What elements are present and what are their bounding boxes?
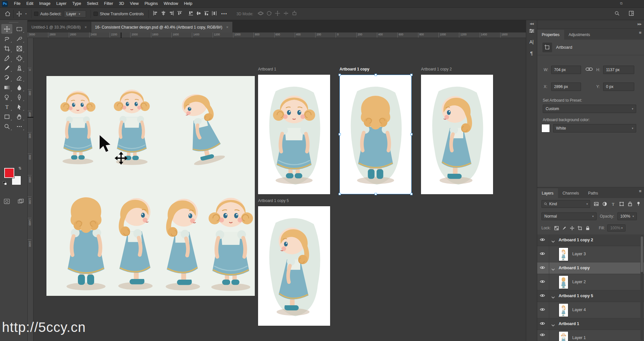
lock-position-icon[interactable] xyxy=(570,226,575,231)
align-centers-h-icon[interactable] xyxy=(161,10,166,17)
toolbar-grip[interactable] xyxy=(9,22,19,23)
menu-edit[interactable]: Edit xyxy=(23,0,36,7)
foreground-color-swatch[interactable] xyxy=(4,168,14,178)
home-icon[interactable] xyxy=(5,11,11,17)
paragraph-panel-icon[interactable]: ¶ xyxy=(526,47,537,58)
menu-help[interactable]: Help xyxy=(181,0,195,7)
menu-3d[interactable]: 3D xyxy=(116,0,127,7)
layer-row-layer-3[interactable]: Layer 3 xyxy=(537,246,644,262)
visibility-eye-icon[interactable] xyxy=(539,293,545,299)
menu-select[interactable]: Select xyxy=(84,0,101,7)
pen-tool[interactable] xyxy=(14,92,25,102)
menu-window[interactable]: Window xyxy=(161,0,181,7)
link-dimensions-icon[interactable] xyxy=(585,66,593,73)
more-align-options-button[interactable]: ••• xyxy=(221,12,228,16)
properties-panel-menu-icon[interactable]: ≡ xyxy=(639,31,641,34)
layer-row-artboard-1-copy-2[interactable]: Artboard 1 copy 2 xyxy=(537,234,644,246)
collapse-panels-icon[interactable]: ▶▶ xyxy=(638,22,641,26)
layer-thumbnail[interactable] xyxy=(559,303,568,317)
object-selection-tool[interactable] xyxy=(14,34,25,44)
preset-dropdown[interactable]: Custom▾ xyxy=(543,105,636,113)
marquee-tool[interactable] xyxy=(14,24,25,34)
filter-adjustment-layers-icon[interactable] xyxy=(601,201,608,207)
artboard-1-copy-2-label[interactable]: Artboard 1 copy 2 xyxy=(421,67,452,71)
artboard-1-copy-2[interactable] xyxy=(421,75,493,194)
width-field[interactable]: 704 px xyxy=(551,66,581,74)
x-field[interactable]: 2896 px xyxy=(551,82,581,91)
artboard-1-copy-5-label[interactable]: Artboard 1 copy 5 xyxy=(258,198,289,203)
tab-adjustments[interactable]: Adjustments xyxy=(564,30,595,40)
eraser-tool[interactable] xyxy=(14,73,25,82)
filter-type-layers-icon[interactable]: T xyxy=(610,201,616,207)
visibility-eye-icon[interactable] xyxy=(539,333,545,338)
crop-tool[interactable] xyxy=(1,44,12,53)
tab-paths[interactable]: Paths xyxy=(584,188,603,198)
align-top-edges-icon[interactable] xyxy=(177,10,182,17)
layer-row-artboard-1-copy-5[interactable]: Artboard 1 copy 5 xyxy=(537,290,644,302)
lock-transparency-icon[interactable] xyxy=(554,226,559,231)
align-left-edges-icon[interactable] xyxy=(153,10,158,17)
close-tab-icon[interactable]: × xyxy=(226,25,229,30)
artboard-1-copy[interactable] xyxy=(340,75,412,194)
visibility-eye-icon[interactable] xyxy=(539,279,545,285)
visibility-eye-icon[interactable] xyxy=(539,265,545,271)
menu-plugins[interactable]: Plugins xyxy=(142,0,161,7)
clone-stamp-tool[interactable] xyxy=(14,63,25,73)
gradient-tool[interactable] xyxy=(1,82,12,92)
layer-row-artboard-1-copy[interactable]: Artboard 1 copy xyxy=(537,262,644,274)
frame-tool[interactable] xyxy=(14,44,25,53)
filter-toggle-icon[interactable] xyxy=(635,201,642,207)
layer-row-layer-4[interactable]: Layer 4 xyxy=(537,302,644,318)
default-colors-icon[interactable] xyxy=(3,181,7,185)
swap-colors-icon[interactable]: ⇄ xyxy=(18,167,22,170)
y-field[interactable]: 0 px xyxy=(603,82,634,91)
artboard-bg-color-swatch[interactable] xyxy=(541,124,550,133)
layer-filter-kind-dropdown[interactable]: Kind▾ xyxy=(541,200,590,208)
lasso-tool[interactable] xyxy=(1,34,12,44)
eyedropper-tool[interactable] xyxy=(1,53,12,63)
edit-toolbar-button[interactable] xyxy=(14,121,25,131)
path-selection-tool[interactable] xyxy=(14,102,25,112)
visibility-eye-icon[interactable] xyxy=(539,251,545,257)
artboard-1[interactable] xyxy=(258,75,330,194)
app-chrome-icon[interactable]: ⧉ xyxy=(620,1,623,6)
layer-thumbnail[interactable] xyxy=(559,331,568,341)
menu-view[interactable]: View xyxy=(127,0,142,7)
blur-tool[interactable] xyxy=(14,82,25,92)
menu-filter[interactable]: Filter xyxy=(101,0,116,7)
character-panel-icon[interactable]: A| xyxy=(526,36,537,47)
filter-shape-layers-icon[interactable] xyxy=(618,201,625,207)
healing-brush-tool[interactable] xyxy=(14,53,25,63)
canvas-pasteboard[interactable]: Artboard 1 Artboard 1 copy Artboard 1 co… xyxy=(33,38,526,341)
layer-row-layer-1[interactable]: Layer 1 xyxy=(537,330,644,341)
dodge-tool[interactable] xyxy=(1,92,12,102)
brush-settings-panel-icon[interactable] xyxy=(526,25,537,36)
artboard-1-label[interactable]: Artboard 1 xyxy=(258,67,276,71)
hand-tool[interactable] xyxy=(14,112,25,121)
rectangle-tool[interactable] xyxy=(1,112,12,121)
character-reference-image[interactable] xyxy=(46,76,255,296)
horizontal-ruler[interactable]: 3000280026002400220020001800160014001200… xyxy=(28,32,526,38)
lock-all-icon[interactable] xyxy=(585,226,590,231)
layers-panel-menu-icon[interactable]: ≡ xyxy=(639,190,641,193)
search-icon[interactable] xyxy=(614,10,620,18)
layer-thumbnail[interactable] xyxy=(559,247,568,261)
show-transform-checkbox[interactable] xyxy=(93,12,98,16)
distribute-h-icon[interactable] xyxy=(212,11,217,17)
align-right-edges-icon[interactable] xyxy=(169,10,174,17)
menu-layer[interactable]: Layer xyxy=(53,0,69,7)
menu-file[interactable]: File xyxy=(11,0,23,7)
workspace-switcher-icon[interactable] xyxy=(628,10,634,18)
visibility-eye-icon[interactable] xyxy=(539,321,545,327)
artboard-bg-color-dropdown[interactable]: White▾ xyxy=(553,124,636,133)
close-tab-icon[interactable]: × xyxy=(85,25,87,30)
layer-row-artboard-1[interactable]: Artboard 1 xyxy=(537,318,644,330)
auto-select-target-dropdown[interactable]: Layer▾ xyxy=(64,10,86,18)
tab-character-design[interactable]: 16- Consistent Character design.psd @ 40… xyxy=(91,22,233,32)
tab-untitled-1[interactable]: Untitled-1 @ 33.3% (RGB/8)× xyxy=(28,22,91,32)
artboard-1-copy-5[interactable] xyxy=(258,206,330,326)
expand-panels-icon[interactable]: ◀◀ xyxy=(526,22,537,25)
zoom-tool[interactable] xyxy=(1,121,12,131)
move-tool[interactable] xyxy=(1,24,12,34)
menu-image[interactable]: Image xyxy=(36,0,54,7)
